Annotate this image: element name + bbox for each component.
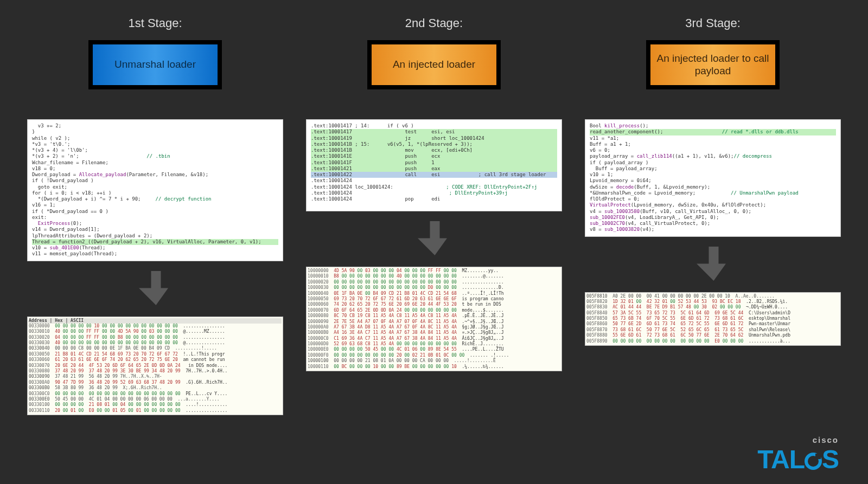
stage-3-title: 3rd Stage: xyxy=(685,16,741,30)
brand-talos: TALS xyxy=(757,444,839,474)
brand-logo: cisco TALS xyxy=(757,435,839,474)
stage-3-hex-pane: 005F8810 A0 2E 00 00 00 41 00 00 00 00 0… xyxy=(585,292,841,346)
stage-1-badge: Unmarshal loader xyxy=(93,44,218,85)
arrow-down-icon xyxy=(136,271,174,309)
stage-1-title: 1st Stage: xyxy=(128,16,182,30)
stage-2-code-pane: .text:10001417 ; 14: if ( v6 ) .text:100… xyxy=(306,119,562,211)
brand-cisco: cisco xyxy=(757,435,839,444)
talos-o-icon xyxy=(805,453,822,470)
stage-3-badge-frame: An injected loader to call payload xyxy=(646,40,780,89)
stage-1-hex-pane: Address | Hex | ASCII00330000 00 00 00 0… xyxy=(27,317,283,416)
stage-3-badge: An injected loader to call payload xyxy=(650,44,775,85)
stage-2-column: 2nd Stage: An injected loader .text:1000… xyxy=(306,16,562,415)
stage-2-badge: An injected loader xyxy=(372,44,496,85)
arrow-down-icon xyxy=(415,221,453,259)
stage-2-title: 2nd Stage: xyxy=(405,16,463,30)
stage-1-column: 1st Stage: Unmarshal loader v3 += 2; } w… xyxy=(27,16,283,415)
stage-2-badge-frame: An injected loader xyxy=(367,40,501,89)
arrow-down-icon xyxy=(694,247,732,285)
stage-2-hex-pane: 10000000 4D 5A 90 00 03 00 00 00 04 00 0… xyxy=(306,267,562,371)
stage-3-column: 3rd Stage: An injected loader to call pa… xyxy=(585,16,841,415)
stage-1-badge-frame: Unmarshal loader xyxy=(88,40,222,89)
stage-1-code-pane: v3 += 2; } while ( v2 ); *v3 = 't\0.'; *… xyxy=(27,119,283,261)
stage-3-code-pane: Bool kill_process(); read_another_compon… xyxy=(585,119,841,237)
